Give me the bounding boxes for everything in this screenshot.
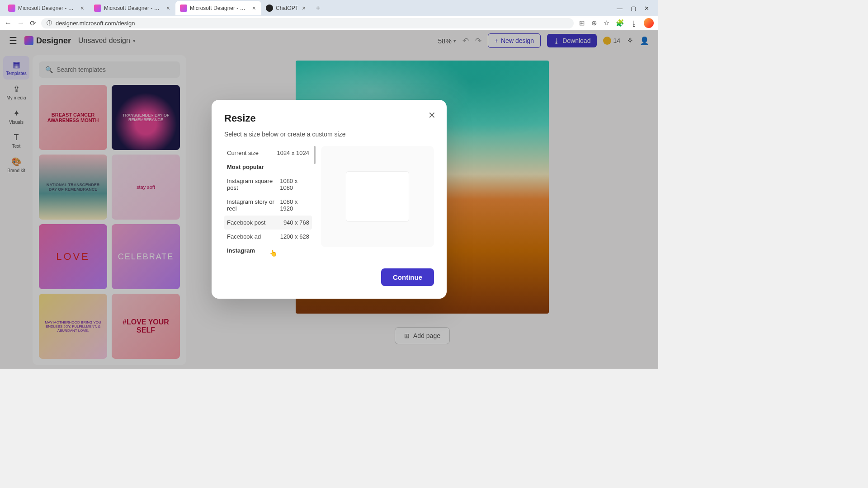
continue-button[interactable]: Continue <box>381 268 434 286</box>
bookmark-icon[interactable]: ☆ <box>604 19 609 27</box>
size-heading: Most popular <box>224 160 312 174</box>
tab-bar: Microsoft Designer - Stunning× Microsoft… <box>0 0 658 16</box>
size-row[interactable]: Instagram square post1080 x 1080 <box>224 174 312 195</box>
tab-title: ChatGPT <box>276 5 298 11</box>
size-row[interactable]: Instagram story or reel1080 x 1920 <box>224 195 312 216</box>
window-controls: — ▢ ✕ <box>617 5 655 12</box>
modal-subtitle: Select a size below or create a custom s… <box>224 131 434 138</box>
preview-pane <box>321 146 434 247</box>
close-window-icon[interactable]: ✕ <box>644 5 649 12</box>
resize-modal: Resize ✕ Select a size below or create a… <box>212 100 447 299</box>
size-dim: 1080 x 1080 <box>280 178 309 191</box>
close-icon[interactable]: × <box>165 5 171 12</box>
close-icon[interactable]: × <box>80 5 85 12</box>
favicon-icon <box>266 5 273 12</box>
browser-tab[interactable]: Microsoft Designer - Stunning× <box>90 1 175 15</box>
url-input[interactable]: ⓘ designer.microsoft.com/design <box>41 18 574 28</box>
favicon-icon <box>94 5 101 12</box>
maximize-icon[interactable]: ▢ <box>631 5 636 12</box>
minimize-icon[interactable]: — <box>617 5 623 12</box>
size-name: Current size <box>227 150 259 156</box>
size-name: Instagram story or reel <box>227 198 280 212</box>
favicon-icon <box>8 5 15 12</box>
tab-title: Microsoft Designer - Stunning <box>18 5 77 11</box>
close-icon[interactable]: ✕ <box>428 110 436 121</box>
size-name: Instagram square post <box>227 178 280 191</box>
browser-chrome: Microsoft Designer - Stunning× Microsoft… <box>0 0 658 30</box>
address-bar: ← → ⟳ ⓘ designer.microsoft.com/design ⊞ … <box>0 16 658 30</box>
browser-tab[interactable]: Microsoft Designer - Stunning× <box>175 1 261 15</box>
size-heading: Instagram <box>224 244 312 258</box>
url-text: designer.microsoft.com/design <box>56 20 135 27</box>
app-root: ☰ Designer Unsaved design▾ 58%▾ ↶ ↷ +New… <box>0 30 658 369</box>
new-tab-button[interactable]: + <box>311 4 325 13</box>
scrollbar[interactable] <box>314 146 316 164</box>
browser-tab[interactable]: ChatGPT× <box>261 1 311 15</box>
profile-avatar[interactable] <box>644 18 654 28</box>
size-row[interactable]: Facebook post940 x 768 <box>224 216 312 230</box>
modal-title: Resize <box>224 113 434 124</box>
tab-title: Microsoft Designer - Stunning <box>190 5 249 11</box>
install-icon[interactable]: ⊞ <box>579 19 585 27</box>
back-icon[interactable]: ← <box>5 19 12 27</box>
size-dim: 1200 x 628 <box>280 233 309 240</box>
size-dim: 488 x 868 <box>280 198 309 212</box>
size-row-current[interactable]: Current size1024 x 1024 <box>224 146 312 160</box>
close-icon[interactable]: × <box>251 5 257 12</box>
tab-title: Microsoft Designer - Stunning <box>104 5 163 11</box>
extensions-icon[interactable]: 🧩 <box>616 19 624 27</box>
size-dim: 1024 x 1024 <box>277 150 309 156</box>
size-list: Current size1024 x 1024 Most popular Ins… <box>224 146 312 258</box>
size-name: Facebook ad <box>227 233 261 240</box>
size-dim: 940 x 768 <box>283 219 309 226</box>
forward-icon[interactable]: → <box>17 19 24 27</box>
browser-tab[interactable]: Microsoft Designer - Stunning× <box>4 1 90 15</box>
translate-icon[interactable]: ⊕ <box>591 19 597 27</box>
close-icon[interactable]: × <box>301 5 307 12</box>
site-info-icon[interactable]: ⓘ <box>47 19 52 27</box>
preview-shape <box>346 171 409 222</box>
downloads-icon[interactable]: ⭳ <box>631 19 637 27</box>
favicon-icon <box>180 5 187 12</box>
reload-icon[interactable]: ⟳ <box>30 19 36 28</box>
size-row[interactable]: Facebook ad1200 x 628 <box>224 230 312 244</box>
size-name: Facebook post <box>227 219 265 226</box>
modal-overlay[interactable]: Resize ✕ Select a size below or create a… <box>0 30 658 369</box>
